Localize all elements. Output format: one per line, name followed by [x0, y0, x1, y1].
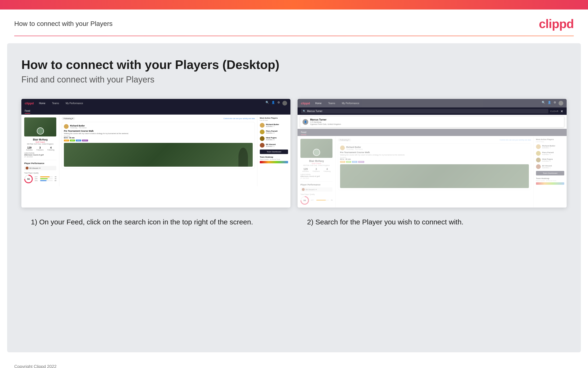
- player-avatar-eli-2: [536, 164, 541, 169]
- team-heatmap-subtitle-2: Player Quality · 20 Round Trend: [536, 180, 564, 181]
- tag-ott: OTT: [64, 139, 69, 141]
- app-body-2: Blair McHarg Golf Coach Mill Ride Golf C…: [298, 136, 567, 208]
- screenshot-1-inner: clippd Home Teams My Performance 🔍 👤 ⚙: [21, 99, 290, 186]
- activity-header-2: Richard Butler Yesterday · The Grove: [340, 146, 529, 150]
- app-logo-1: clippd: [25, 101, 34, 105]
- player-selector[interactable]: Eli Vincent ▾: [24, 166, 56, 170]
- player-name-hiral-2: Hiral Pujara: [542, 158, 553, 160]
- screenshot-block-1: clippd Home Teams My Performance 🔍 👤 ⚙: [21, 99, 290, 232]
- search-result-info: Marcus Turner 1-5 Handicap Cypress Point…: [310, 118, 341, 125]
- latest-activity-section: Latest Activity Afternoon round of golf …: [24, 152, 56, 158]
- tag-putt-2: PUTT: [358, 161, 364, 163]
- settings-icon-2: ⚙: [553, 101, 556, 106]
- stat-following-2: 4 Following: [324, 168, 331, 172]
- feed-tab-item[interactable]: Feed: [25, 109, 30, 114]
- activity-user-info-2: Richard Butler Yesterday · The Grove: [346, 146, 363, 150]
- quality-row: 84 OTT 79: [24, 175, 56, 183]
- quality-circle-2: 84: [300, 196, 309, 205]
- player-acts-richard-2: Activities: 7: [542, 147, 555, 148]
- activities-label: Activities: [26, 149, 33, 151]
- tag-app: APP: [70, 139, 75, 141]
- list-item[interactable]: Hiral Pujara Activities: 3: [260, 136, 288, 141]
- copyright-text: Copyright Clippd 2022: [14, 364, 57, 368]
- duration-label: Duration: [64, 135, 75, 137]
- quality-section-2: Total Player Quality 84 OTT: [300, 193, 333, 205]
- team-dashboard-button[interactable]: Team Dashboard: [260, 149, 288, 154]
- team-heatmap-section-2: Team Heatmap Player Quality · 20 Round T…: [536, 177, 564, 185]
- search-result-card[interactable]: 👤 Marcus Turner 1-5 Handicap Cypress Poi…: [300, 116, 564, 128]
- bar-arg-num: 64: [53, 180, 56, 181]
- list-item-2: Richard Butler Activities: 7: [536, 144, 564, 149]
- search-input-area[interactable]: 🔍 Marcus Turner: [301, 109, 548, 113]
- list-item[interactable]: Piers Parnell Activities: 4: [260, 129, 288, 134]
- search-close-button[interactable]: ✕: [561, 109, 563, 113]
- profile-name-2: Blair McHarg: [300, 160, 333, 162]
- player-info-richard: Richard Butler Activities: 7: [266, 123, 279, 127]
- caption-text-2: 2) Search for the Player you wish to con…: [307, 217, 557, 227]
- following-button-2: Following ▾: [338, 138, 351, 141]
- stat-activities: 129 Activities: [26, 146, 33, 151]
- feed-tab-item-2: Feed: [301, 130, 306, 135]
- latest-label: Latest Activity: [24, 152, 56, 154]
- quality-bars: OTT 79 APP: [35, 176, 56, 182]
- tag-ott-2: OTT: [340, 161, 345, 163]
- player-name-piers: Piers Parnell: [266, 130, 277, 132]
- following-row: Following ▾ Control who can see your act…: [62, 117, 255, 120]
- following-label-2: Following: [324, 170, 331, 172]
- app-logo-2: clippd: [301, 101, 310, 105]
- bar-arg-track: [40, 180, 53, 181]
- profile-stats-2: 129 Activities 3 Followers 4: [300, 168, 333, 172]
- activity-info-row-2: Duration 02 hr : 00 min: [340, 157, 529, 160]
- feed-tab-bar: Feed: [21, 107, 290, 115]
- activities-label-2: Activities: [302, 170, 309, 172]
- quality-row-2: 84 OTT: [300, 196, 333, 205]
- chevron-down-icon: ▾: [39, 167, 40, 169]
- profile-icon[interactable]: 👤: [272, 101, 275, 106]
- following-button[interactable]: Following ▾: [62, 117, 75, 120]
- app-body-1: Blair McHarg Golf Coach Mill Ride Golf C…: [21, 115, 290, 186]
- bar-ott-num: 79: [53, 176, 56, 178]
- player-info-hiral-2: Hiral Pujara Activities: 3: [542, 158, 553, 162]
- page-subheading: Find and connect with your Players: [21, 75, 567, 85]
- player-avatar-hiral-2: [536, 158, 541, 162]
- control-link[interactable]: Control who can see your activity and da…: [223, 118, 255, 119]
- list-item[interactable]: Richard Butler Activities: 7: [260, 123, 288, 128]
- list-item[interactable]: Eli Vincent Activities: 1: [260, 143, 288, 148]
- heatmap-bar: [260, 161, 288, 163]
- player-name-eli-2: Eli Vincent: [542, 165, 552, 167]
- activity-description-2: Walking the course with my coach to buil…: [340, 154, 529, 156]
- most-active-title: Most Active Players: [260, 117, 288, 119]
- left-panel: Blair McHarg Golf Coach Mill Ride Golf C…: [21, 115, 59, 186]
- tag-putt: PUTT: [82, 139, 88, 141]
- tag-app-2: APP: [346, 161, 351, 163]
- duration-value-2: 02 hr : 00 min: [340, 158, 351, 160]
- caption-text-1: 1) On your Feed, click on the search ico…: [31, 217, 281, 227]
- avatar[interactable]: [282, 101, 287, 106]
- screenshot-2: clippd Home Teams My Performance 🔍 👤 ⚙: [298, 99, 567, 208]
- footer: Copyright Clippd 2022: [0, 359, 588, 368]
- following-count: 4: [47, 146, 54, 149]
- activity-avatar: [64, 124, 69, 129]
- nav-teams[interactable]: Teams: [51, 101, 60, 105]
- screenshot-2-inner: clippd Home Teams My Performance 🔍 👤 ⚙: [298, 99, 567, 208]
- profile-banner: [24, 118, 56, 137]
- latest-label-2: Latest Activity: [300, 174, 333, 175]
- activity-image: [64, 143, 253, 167]
- player-acts-hiral: Activities: 3: [266, 139, 276, 140]
- profile-name: Blair McHarg: [24, 138, 56, 141]
- search-icon[interactable]: 🔍: [265, 101, 269, 106]
- profile-club: Mill Ride Golf Club, United Kingdom: [24, 143, 56, 145]
- player-select-name: Eli Vincent: [29, 167, 38, 169]
- player-avatar-richard: [260, 123, 264, 128]
- user-icon: 👤: [304, 120, 307, 123]
- nav-home[interactable]: Home: [37, 101, 47, 105]
- most-active-period: Last 30 days: [260, 120, 288, 121]
- search-clear-button[interactable]: CLEAR: [550, 110, 559, 112]
- player-performance-title: Player Performance: [24, 162, 56, 165]
- activities-count-2: 129: [302, 168, 309, 170]
- settings-icon[interactable]: ⚙: [277, 101, 280, 106]
- nav-my-performance[interactable]: My Performance: [64, 101, 84, 105]
- activity-user-meta: Yesterday · The Grove: [70, 127, 87, 129]
- page-heading: How to connect with your Players (Deskto…: [21, 57, 567, 72]
- quality-score-2: 84: [301, 197, 308, 204]
